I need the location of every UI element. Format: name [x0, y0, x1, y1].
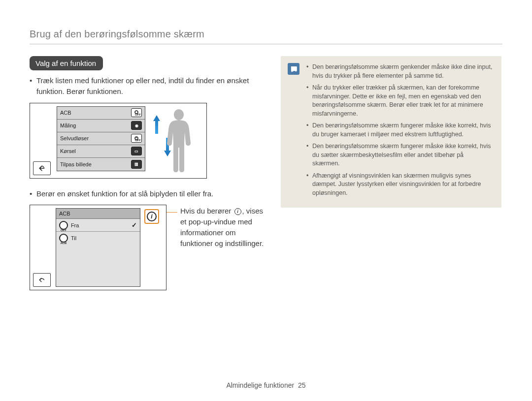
back-button[interactable] — [33, 273, 51, 287]
menu-label: Kørsel — [60, 148, 76, 154]
divider — [30, 44, 502, 44]
menu-label: ACB — [60, 110, 71, 116]
acb-off-label: Fra — [71, 222, 79, 228]
acb-on-label: Til — [71, 235, 76, 241]
menu-label: Tilpas billede — [60, 161, 92, 167]
menu-label: Selvudløser — [60, 135, 89, 141]
info-button[interactable]: i — [144, 209, 159, 224]
section-heading: Valg af en funktion — [30, 56, 103, 70]
figure-scroll-list: ACB Måling ◉ Selvudløser — [30, 103, 207, 179]
menu-label: Måling — [60, 123, 76, 128]
note-item: Afhængigt af visningsvinklen kan skærmen… — [306, 172, 493, 198]
menu-item-adjust[interactable]: Tilpas billede ▥ — [57, 158, 145, 171]
info-icon: i — [147, 212, 157, 221]
note-item: Den berøringsfølsomme skærm fungerer mås… — [306, 142, 493, 168]
person-silhouette-icon — [164, 109, 194, 172]
intro-bullet: Træk listen med funktioner op eller ned,… — [30, 75, 266, 97]
metering-icon: ◉ — [131, 121, 142, 130]
note-item: Når du trykker eller trækker på skærmen,… — [306, 84, 493, 118]
intro-list-b: Berør en ønsket funktion for at slå bipl… — [30, 188, 266, 199]
callout-text-before: Hvis du berører — [180, 207, 231, 215]
acb-menu[interactable]: ACB Fra ✓ Til — [56, 208, 140, 287]
note-icon — [288, 63, 299, 75]
back-button[interactable] — [33, 161, 51, 175]
acb-on-icon — [59, 234, 68, 243]
page-footer: Almindelige funktioner 25 — [0, 381, 532, 389]
menu-item-acb[interactable]: ACB — [57, 107, 145, 120]
acb-option-on[interactable]: Til — [56, 232, 140, 245]
menu-item-selftimer[interactable]: Selvudløser — [57, 132, 145, 145]
menu-item-drive[interactable]: Kørsel ▭ — [57, 145, 145, 158]
timer-off-icon — [131, 134, 142, 143]
svg-point-0 — [135, 111, 138, 114]
adjust-icon: ▥ — [131, 160, 142, 169]
left-column: Valg af en funktion Træk listen med funk… — [30, 56, 266, 290]
note-item: Den berøringsfølsomme skærm fungerer mås… — [306, 122, 493, 139]
callout-leader — [166, 212, 177, 213]
acb-option-off[interactable]: Fra ✓ — [56, 219, 140, 232]
intro-bullet: Berør en ønsket funktion for at slå bipl… — [30, 188, 266, 199]
acb-off-icon — [131, 108, 142, 117]
footer-section: Almindelige funktioner — [226, 381, 294, 389]
page-title: Brug af den berøringsfølsomme skærm — [30, 29, 502, 40]
check-icon: ✓ — [132, 221, 137, 229]
info-icon: i — [234, 208, 241, 215]
drive-icon: ▭ — [131, 147, 142, 155]
figure-acb-panel: ACB Fra ✓ Til i — [30, 205, 166, 290]
note-item: Den berøringsfølsomme skærm genkender må… — [306, 63, 493, 80]
footer-page-number: 25 — [298, 381, 306, 389]
acb-header: ACB — [56, 209, 140, 219]
intro-list-a: Træk listen med funktioner op eller ned,… — [30, 75, 266, 97]
menu-item-metering[interactable]: Måling ◉ — [57, 120, 145, 132]
acb-off-icon — [59, 221, 68, 230]
note-box: Den berøringsfølsomme skærm genkender må… — [281, 56, 501, 208]
info-callout: Hvis du berører i, vises et pop-up-vindu… — [177, 205, 266, 248]
right-column: Den berøringsfølsomme skærm genkender må… — [281, 56, 501, 290]
scroll-up-arrow-icon — [153, 115, 160, 134]
function-menu[interactable]: ACB Måling ◉ Selvudløser — [57, 106, 145, 171]
